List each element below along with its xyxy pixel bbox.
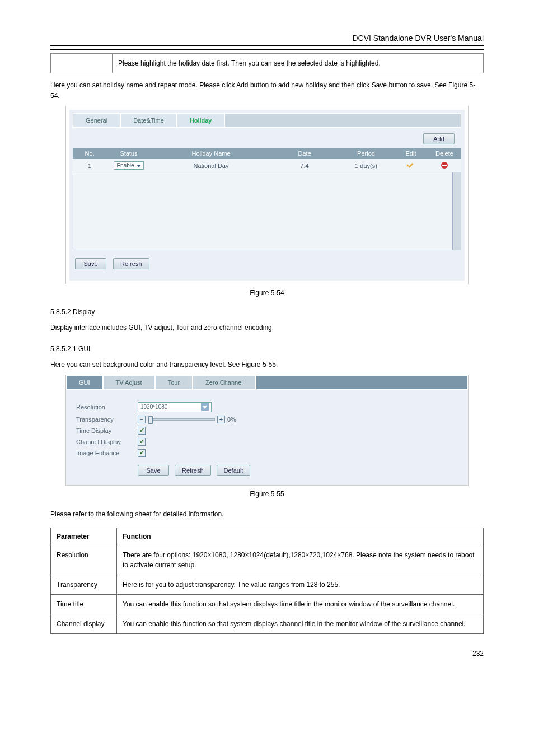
transparency-slider[interactable]: − + 0%	[138, 416, 236, 423]
tab-datetime[interactable]: Date&Time	[120, 113, 177, 128]
default-button[interactable]: Default	[217, 465, 251, 476]
col-edit: Edit	[394, 148, 428, 159]
col-no: No.	[73, 148, 106, 159]
rule	[50, 49, 484, 50]
section-heading: 5.8.5.2 Display	[50, 308, 484, 316]
pencil-icon[interactable]	[407, 162, 414, 169]
chevron-down-icon	[137, 165, 141, 167]
tab-holiday[interactable]: Holiday	[177, 113, 225, 128]
paragraph: Please refer to the following sheet for …	[50, 509, 484, 520]
col-holiday-name: Holiday Name	[151, 148, 271, 159]
status-value: Enable	[116, 162, 134, 169]
plus-button[interactable]: +	[217, 416, 225, 423]
cell-func: You can enable this function so that sys…	[117, 594, 484, 614]
channel-display-checkbox[interactable]: ✔	[138, 438, 146, 446]
save-button[interactable]: Save	[138, 465, 169, 476]
resolution-select[interactable]: 1920*1080	[138, 402, 212, 412]
image-enhance-checkbox[interactable]: ✔	[138, 449, 146, 457]
cell-date: 7.4	[271, 159, 338, 172]
label-time-display: Time Display	[76, 427, 138, 434]
page-number: 232	[472, 650, 484, 657]
tab-spacer	[256, 375, 468, 390]
paragraph: Display interface includes GUI, TV adjus…	[50, 323, 484, 333]
table-row: 1 Enable National Day 7.4 1 day(s)	[73, 159, 461, 172]
parameter-table: Parameter Function Resolution There are …	[50, 528, 484, 634]
table-row: Transparency Here is for you to adjust t…	[51, 575, 484, 594]
list-area	[73, 172, 461, 250]
resolution-value: 1920*1080	[140, 404, 167, 410]
refresh-button[interactable]: Refresh	[113, 258, 149, 269]
table-row: Channel display You can enable this func…	[51, 614, 484, 633]
col-status: Status	[106, 148, 151, 159]
tab-spacer	[224, 113, 461, 128]
cell: Please highlight the holiday date first.…	[113, 54, 484, 73]
cell-param: Resolution	[51, 545, 117, 575]
label-resolution: Resolution	[76, 404, 138, 410]
save-button[interactable]: Save	[75, 258, 106, 269]
top-blurb-table: Please highlight the holiday date first.…	[50, 53, 484, 73]
paragraph: Here you can set holiday name and repeat…	[50, 80, 484, 101]
cell-param: Transparency	[51, 575, 117, 594]
tab-tvadjust[interactable]: TV Adjust	[103, 375, 155, 390]
col-period: Period	[338, 148, 394, 159]
th-function: Function	[117, 528, 484, 545]
tab-zero-channel[interactable]: Zero Channel	[193, 375, 256, 390]
tab-general[interactable]: General	[73, 113, 120, 128]
tab-bar: General Date&Time Holiday	[73, 113, 461, 128]
label-channel-display: Channel Display	[76, 438, 138, 445]
cell-delete	[428, 159, 461, 172]
col-delete: Delete	[428, 148, 461, 159]
chevron-down-icon	[201, 403, 209, 411]
table-row: Time title You can enable this function …	[51, 594, 484, 614]
figure-caption: Figure 5-54	[50, 289, 484, 297]
cell-no: 1	[73, 159, 106, 172]
section-heading: 5.8.5.2.1 GUI	[50, 345, 484, 353]
time-display-checkbox[interactable]: ✔	[138, 427, 146, 435]
page-header: DCVI Standalone DVR User's Manual	[50, 34, 484, 43]
paragraph: Here you can set background color and tr…	[50, 360, 484, 370]
minus-button[interactable]: −	[138, 416, 146, 423]
refresh-button[interactable]: Refresh	[175, 465, 211, 476]
scrollbar[interactable]	[452, 172, 461, 250]
col-date: Date	[271, 148, 338, 159]
cell-func: Here is for you to adjust transparency. …	[117, 575, 484, 594]
cell-name: National Day	[151, 159, 271, 172]
transparency-value: 0%	[227, 416, 236, 423]
slider-track[interactable]	[148, 418, 215, 421]
cell-status: Enable	[106, 159, 151, 172]
delete-icon[interactable]	[441, 162, 448, 169]
holiday-table: No. Status Holiday Name Date Period Edit…	[73, 148, 461, 172]
tab-bar: GUI TV Adjust Tour Zero Channel	[66, 375, 468, 390]
cell-func: There are four options: 1920×1080, 1280×…	[117, 545, 484, 575]
screenshot-holiday: General Date&Time Holiday Add No. Status…	[65, 106, 469, 284]
cell-func: You can enable this function so that sys…	[117, 614, 484, 633]
rule	[50, 45, 484, 46]
cell-param: Time title	[51, 594, 117, 614]
th-parameter: Parameter	[51, 528, 117, 545]
label-transparency: Transparency	[76, 416, 138, 423]
cell-period: 1 day(s)	[338, 159, 394, 172]
add-button[interactable]: Add	[423, 133, 455, 144]
label-image-enhance: Image Enhance	[76, 450, 138, 456]
tab-tour[interactable]: Tour	[155, 375, 193, 390]
figure-caption: Figure 5-55	[50, 490, 484, 498]
slider-thumb[interactable]	[148, 416, 153, 424]
cell-param: Channel display	[51, 614, 117, 633]
tab-gui[interactable]: GUI	[66, 375, 103, 390]
cell	[51, 54, 113, 73]
status-dropdown[interactable]: Enable	[114, 161, 143, 170]
table-row: Resolution There are four options: 1920×…	[51, 545, 484, 575]
screenshot-gui: GUI TV Adjust Tour Zero Channel Resoluti…	[65, 375, 469, 486]
cell-edit	[394, 159, 428, 172]
